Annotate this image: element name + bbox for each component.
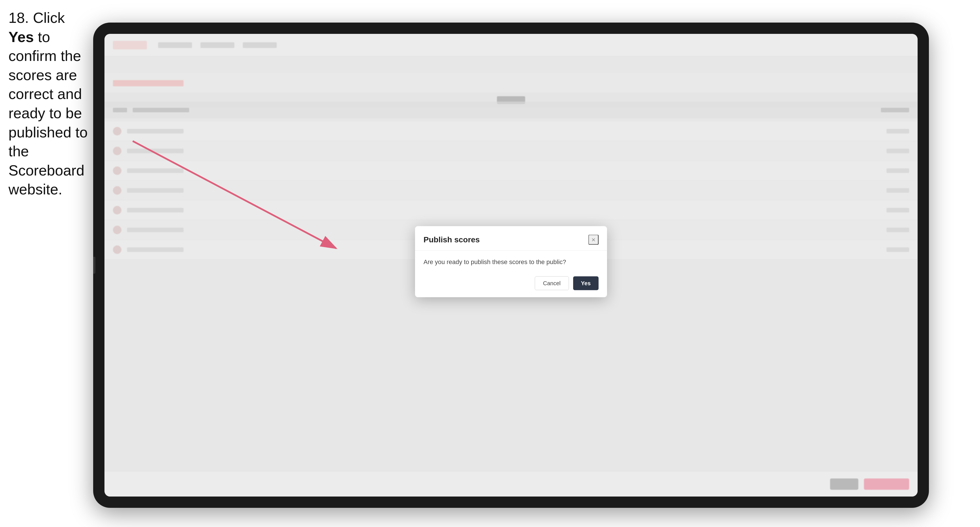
instruction-number: 18. Click bbox=[8, 10, 65, 26]
tablet-screen: Publish scores × Are you ready to publis… bbox=[105, 34, 918, 497]
dialog-message: Are you ready to publish these scores to… bbox=[423, 258, 598, 267]
dialog-title: Publish scores bbox=[423, 235, 480, 244]
tablet-outer: Publish scores × Are you ready to publis… bbox=[93, 22, 929, 508]
dialog-close-button[interactable]: × bbox=[589, 235, 598, 245]
dialog-body: Are you ready to publish these scores to… bbox=[415, 251, 607, 272]
dialog-cancel-button[interactable]: Cancel bbox=[535, 276, 569, 290]
instruction-bold: Yes bbox=[8, 29, 34, 45]
tablet-side-button bbox=[93, 257, 95, 274]
dialog-header: Publish scores × bbox=[415, 226, 607, 251]
publish-scores-dialog: Publish scores × Are you ready to publis… bbox=[415, 226, 607, 297]
instruction-text: 18. Click Yes to confirm the scores are … bbox=[8, 8, 90, 199]
tablet-device: Publish scores × Are you ready to publis… bbox=[93, 22, 929, 508]
dialog-yes-button[interactable]: Yes bbox=[573, 276, 598, 290]
instruction-rest: to confirm the scores are correct and re… bbox=[8, 29, 88, 198]
dialog-footer: Cancel Yes bbox=[415, 272, 607, 297]
